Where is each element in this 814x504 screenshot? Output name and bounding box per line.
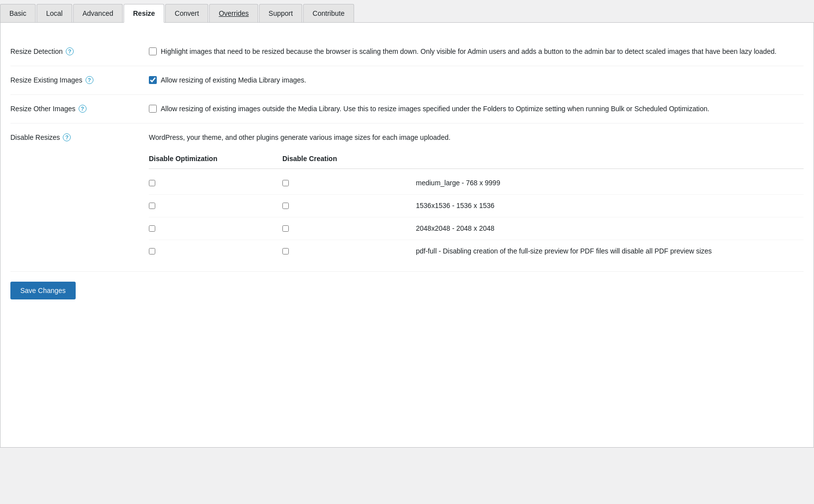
- resize-detection-description: Highlight images that need to be resized…: [161, 46, 776, 57]
- tab-contribute[interactable]: Contribute: [303, 4, 354, 22]
- resize-existing-label-text: Resize Existing Images: [10, 76, 83, 84]
- disable-resizes-label-text: Disable Resizes: [10, 133, 60, 141]
- resize-detection-row: Resize Detection ? Highlight images that…: [10, 38, 804, 66]
- tab-support[interactable]: Support: [259, 4, 302, 22]
- creation-checkbox-pdf-full[interactable]: [282, 248, 289, 254]
- disable-resizes-row: Disable Resizes ? WordPress, your theme,…: [10, 124, 804, 272]
- creation-cell-pdf-full: [282, 248, 416, 254]
- resize-other-label-text: Resize Other Images: [10, 105, 76, 113]
- creation-checkbox-1536[interactable]: [282, 203, 289, 209]
- resize-existing-label: Resize Existing Images ?: [10, 75, 149, 84]
- resize-detection-checkbox[interactable]: [149, 47, 157, 55]
- content-area: Resize Detection ? Highlight images that…: [0, 23, 814, 448]
- creation-checkbox-2048[interactable]: [282, 225, 289, 232]
- opt-checkbox-pdf-full[interactable]: [149, 248, 155, 254]
- name-medium-large: medium_large - 768 x 9999: [416, 178, 804, 188]
- opt-checkbox-medium-large[interactable]: [149, 180, 155, 186]
- resize-other-row: Resize Other Images ? Allow resizing of …: [10, 95, 804, 124]
- creation-cell-2048: [282, 225, 416, 232]
- tab-resize[interactable]: Resize: [124, 4, 164, 23]
- table-row: pdf-full - Disabling creation of the ful…: [149, 240, 804, 262]
- resize-existing-help-icon[interactable]: ?: [86, 76, 93, 84]
- table-row: 2048x2048 - 2048 x 2048: [149, 217, 804, 240]
- col-optimization-header: Disable Optimization: [149, 155, 282, 163]
- name-1536: 1536x1536 - 1536 x 1536: [416, 201, 804, 211]
- creation-cell-medium-large: [282, 180, 416, 186]
- tab-advanced[interactable]: Advanced: [73, 4, 123, 22]
- creation-cell-1536: [282, 203, 416, 209]
- name-pdf-full: pdf-full - Disabling creation of the ful…: [416, 246, 804, 256]
- disable-resizes-section: WordPress, your theme, and other plugins…: [149, 132, 804, 262]
- opt-cell-medium-large: [149, 180, 282, 186]
- opt-cell-1536: [149, 203, 282, 209]
- resize-other-checkbox-row: Allow resizing of existing images outsid…: [149, 104, 804, 114]
- save-button[interactable]: Save Changes: [10, 282, 76, 299]
- disable-resizes-label: Disable Resizes ?: [10, 132, 149, 141]
- resize-detection-help-icon[interactable]: ?: [66, 47, 74, 55]
- table-row: medium_large - 768 x 9999: [149, 172, 804, 195]
- resize-other-label: Resize Other Images ?: [10, 104, 149, 113]
- opt-cell-2048: [149, 225, 282, 232]
- opt-checkbox-1536[interactable]: [149, 203, 155, 209]
- resize-existing-checkbox[interactable]: [149, 76, 157, 84]
- resize-existing-row: Resize Existing Images ? Allow resizing …: [10, 66, 804, 95]
- resize-detection-checkbox-row: Highlight images that need to be resized…: [149, 46, 804, 57]
- resize-other-checkbox[interactable]: [149, 105, 157, 113]
- name-2048: 2048x2048 - 2048 x 2048: [416, 223, 804, 234]
- disable-resizes-intro: WordPress, your theme, and other plugins…: [149, 132, 804, 143]
- opt-checkbox-2048[interactable]: [149, 225, 155, 232]
- resize-detection-control: Highlight images that need to be resized…: [149, 46, 804, 57]
- tab-convert[interactable]: Convert: [165, 4, 208, 22]
- opt-cell-pdf-full: [149, 248, 282, 254]
- resize-existing-control: Allow resizing of existing Media Library…: [149, 75, 804, 85]
- col-name-header: [416, 155, 804, 163]
- resize-other-control: Allow resizing of existing images outsid…: [149, 104, 804, 114]
- creation-checkbox-medium-large[interactable]: [282, 180, 289, 186]
- tabs-bar: Basic Local Advanced Resize Convert Over…: [0, 0, 814, 23]
- tab-local[interactable]: Local: [37, 4, 72, 22]
- disable-resizes-help-icon[interactable]: ?: [63, 133, 71, 141]
- resize-existing-checkbox-row: Allow resizing of existing Media Library…: [149, 75, 804, 85]
- resize-other-help-icon[interactable]: ?: [79, 105, 87, 113]
- resize-other-description: Allow resizing of existing images outsid…: [161, 104, 709, 114]
- resize-detection-label-text: Resize Detection: [10, 47, 63, 55]
- tab-basic[interactable]: Basic: [0, 4, 36, 22]
- resize-detection-label: Resize Detection ?: [10, 46, 149, 55]
- resize-existing-description: Allow resizing of existing Media Library…: [161, 75, 306, 85]
- tab-overrides[interactable]: Overrides: [209, 4, 258, 22]
- table-row: 1536x1536 - 1536 x 1536: [149, 195, 804, 217]
- resize-table-header: Disable Optimization Disable Creation: [149, 152, 804, 169]
- save-button-area: Save Changes: [10, 272, 804, 309]
- col-creation-header: Disable Creation: [282, 155, 416, 163]
